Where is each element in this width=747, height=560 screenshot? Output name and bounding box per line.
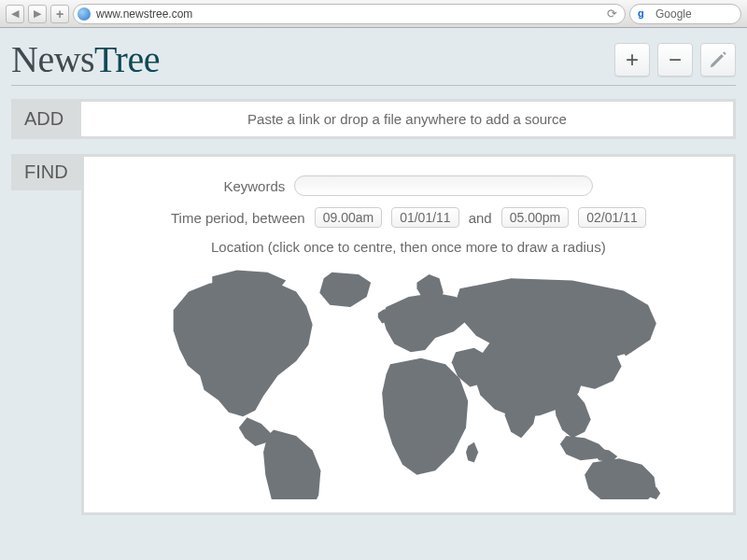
back-button[interactable]: ◀: [6, 5, 24, 23]
url-text: www.newstree.com: [96, 7, 192, 21]
find-tab-label: FIND: [11, 154, 81, 190]
site-favicon-icon: [78, 7, 91, 21]
add-placeholder: Paste a link or drop a file anywhere to …: [247, 111, 567, 127]
find-section: FIND Keywords Time period, between 09.00…: [11, 154, 736, 515]
browser-search-field[interactable]: Google: [629, 4, 741, 24]
compose-button[interactable]: [700, 43, 736, 77]
reload-icon[interactable]: ⟳: [607, 7, 617, 21]
app-header: NewsTree + −: [11, 37, 736, 86]
minus-icon: −: [669, 47, 682, 73]
header-tool-group: + −: [614, 43, 736, 77]
time-to-date-input[interactable]: 02/01/11: [578, 207, 646, 228]
search-provider-label: Google: [655, 7, 692, 21]
keywords-label: Keywords: [223, 178, 285, 194]
brand-logo: NewsTree: [11, 37, 160, 81]
pen-icon: [708, 49, 728, 70]
time-to-time-input[interactable]: 05.00pm: [501, 207, 569, 228]
browser-toolbar: ◀ ▶ + www.newstree.com ⟳ Google: [0, 0, 747, 28]
address-bar[interactable]: www.newstree.com ⟳: [73, 4, 626, 24]
forward-button[interactable]: ▶: [28, 5, 47, 23]
time-from-time-input[interactable]: 09.00am: [315, 207, 382, 228]
add-section: ADD Paste a link or drop a file anywhere…: [11, 99, 736, 139]
google-icon: [638, 7, 651, 21]
location-hint: Location (click once to centre, then onc…: [211, 239, 606, 255]
plus-icon: +: [626, 47, 639, 73]
time-from-date-input[interactable]: 01/01/11: [391, 207, 459, 228]
new-tab-button[interactable]: +: [50, 5, 69, 23]
zoom-in-button[interactable]: +: [614, 43, 650, 77]
keywords-input[interactable]: [294, 175, 593, 196]
brand-part1: News: [11, 38, 94, 80]
world-map[interactable]: [131, 264, 686, 499]
add-tab-label: ADD: [11, 99, 78, 139]
add-dropzone[interactable]: Paste a link or drop a file anywhere to …: [78, 99, 736, 139]
brand-part2: Tree: [94, 38, 160, 80]
world-map-svg: [131, 264, 686, 499]
time-prefix: Time period, between: [171, 210, 305, 226]
find-panel: Keywords Time period, between 09.00am 01…: [81, 154, 736, 515]
zoom-out-button[interactable]: −: [657, 43, 693, 77]
time-and-label: and: [469, 210, 492, 226]
